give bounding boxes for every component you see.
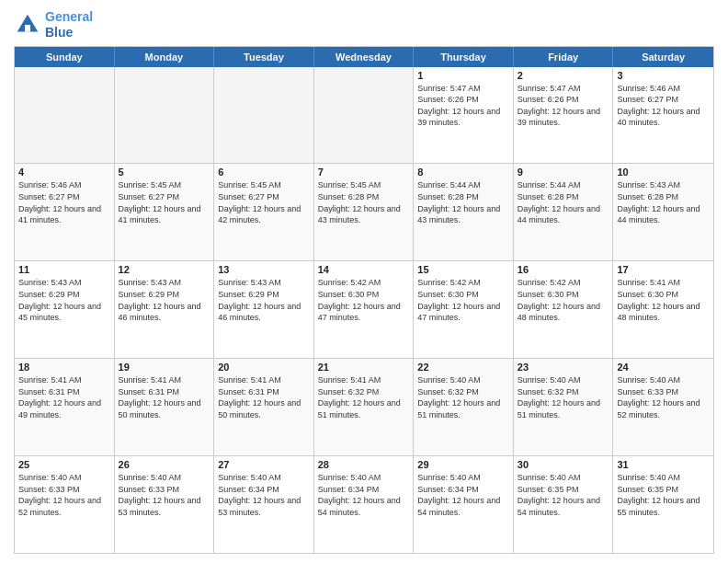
day-info: Sunrise: 5:41 AM Sunset: 6:30 PM Dayligh… <box>617 277 710 323</box>
day-number: 28 <box>318 459 410 470</box>
day-number: 3 <box>617 70 710 81</box>
header: General Blue <box>14 9 714 40</box>
day-number: 22 <box>417 362 509 373</box>
day-number: 15 <box>417 264 509 275</box>
calendar-cell: 2Sunrise: 5:47 AM Sunset: 6:26 PM Daylig… <box>514 67 614 164</box>
calendar-cell: 22Sunrise: 5:40 AM Sunset: 6:32 PM Dayli… <box>414 359 514 455</box>
logo-icon <box>14 11 41 39</box>
calendar-cell: 29Sunrise: 5:40 AM Sunset: 6:34 PM Dayli… <box>414 456 514 553</box>
day-info: Sunrise: 5:40 AM Sunset: 6:34 PM Dayligh… <box>417 472 509 518</box>
day-info: Sunrise: 5:45 AM Sunset: 6:27 PM Dayligh… <box>119 179 210 225</box>
day-number: 7 <box>318 167 410 178</box>
calendar-cell: 15Sunrise: 5:42 AM Sunset: 6:30 PM Dayli… <box>414 261 514 358</box>
day-number: 27 <box>218 459 310 470</box>
calendar-cell: 16Sunrise: 5:42 AM Sunset: 6:30 PM Dayli… <box>514 261 614 358</box>
calendar-row-5: 25Sunrise: 5:40 AM Sunset: 6:33 PM Dayli… <box>15 455 713 553</box>
day-number: 29 <box>417 459 509 470</box>
day-info: Sunrise: 5:43 AM Sunset: 6:29 PM Dayligh… <box>218 277 310 323</box>
day-number: 16 <box>518 264 609 275</box>
calendar-cell: 25Sunrise: 5:40 AM Sunset: 6:33 PM Dayli… <box>15 456 115 553</box>
day-info: Sunrise: 5:41 AM Sunset: 6:32 PM Dayligh… <box>318 374 410 420</box>
logo-text: General Blue <box>45 9 93 40</box>
calendar-cell: 24Sunrise: 5:40 AM Sunset: 6:33 PM Dayli… <box>613 359 713 455</box>
calendar-cell: 4Sunrise: 5:46 AM Sunset: 6:27 PM Daylig… <box>15 164 115 260</box>
calendar-cell: 11Sunrise: 5:43 AM Sunset: 6:29 PM Dayli… <box>15 261 115 358</box>
day-number: 4 <box>18 167 110 178</box>
calendar-cell: 9Sunrise: 5:44 AM Sunset: 6:28 PM Daylig… <box>514 164 614 260</box>
day-number: 31 <box>617 459 710 470</box>
day-info: Sunrise: 5:47 AM Sunset: 6:26 PM Dayligh… <box>417 83 509 129</box>
day-info: Sunrise: 5:40 AM Sunset: 6:32 PM Dayligh… <box>417 374 509 420</box>
calendar-cell: 17Sunrise: 5:41 AM Sunset: 6:30 PM Dayli… <box>613 261 713 358</box>
day-info: Sunrise: 5:41 AM Sunset: 6:31 PM Dayligh… <box>18 374 110 420</box>
day-info: Sunrise: 5:47 AM Sunset: 6:26 PM Dayligh… <box>518 83 609 129</box>
day-number: 10 <box>617 167 710 178</box>
day-number: 14 <box>318 264 410 275</box>
weekday-header-tuesday: Tuesday <box>214 47 314 67</box>
day-number: 20 <box>218 362 310 373</box>
calendar-cell: 8Sunrise: 5:44 AM Sunset: 6:28 PM Daylig… <box>414 164 514 260</box>
day-info: Sunrise: 5:40 AM Sunset: 6:35 PM Dayligh… <box>518 472 609 518</box>
calendar-row-4: 18Sunrise: 5:41 AM Sunset: 6:31 PM Dayli… <box>15 358 713 455</box>
logo: General Blue <box>14 9 93 40</box>
calendar-cell: 20Sunrise: 5:41 AM Sunset: 6:31 PM Dayli… <box>214 359 314 455</box>
calendar-cell <box>115 67 215 164</box>
weekday-header-wednesday: Wednesday <box>314 47 415 67</box>
day-number: 30 <box>518 459 609 470</box>
calendar-cell: 13Sunrise: 5:43 AM Sunset: 6:29 PM Dayli… <box>214 261 314 358</box>
day-info: Sunrise: 5:43 AM Sunset: 6:29 PM Dayligh… <box>119 277 210 323</box>
calendar-cell: 3Sunrise: 5:46 AM Sunset: 6:27 PM Daylig… <box>613 67 713 164</box>
calendar: SundayMondayTuesdayWednesdayThursdayFrid… <box>14 46 714 554</box>
day-number: 12 <box>119 264 210 275</box>
day-number: 8 <box>417 167 509 178</box>
weekday-header-saturday: Saturday <box>613 47 713 67</box>
calendar-body: 1Sunrise: 5:47 AM Sunset: 6:26 PM Daylig… <box>15 67 713 553</box>
day-number: 13 <box>218 264 310 275</box>
day-number: 26 <box>119 459 210 470</box>
svg-rect-1 <box>25 25 30 32</box>
weekday-header-thursday: Thursday <box>414 47 514 67</box>
calendar-cell: 21Sunrise: 5:41 AM Sunset: 6:32 PM Dayli… <box>314 359 415 455</box>
day-info: Sunrise: 5:42 AM Sunset: 6:30 PM Dayligh… <box>318 277 410 323</box>
calendar-cell <box>214 67 314 164</box>
day-info: Sunrise: 5:45 AM Sunset: 6:28 PM Dayligh… <box>318 179 410 225</box>
calendar-cell: 28Sunrise: 5:40 AM Sunset: 6:34 PM Dayli… <box>314 456 415 553</box>
day-number: 19 <box>119 362 210 373</box>
weekday-header-sunday: Sunday <box>15 47 115 67</box>
calendar-cell: 6Sunrise: 5:45 AM Sunset: 6:27 PM Daylig… <box>214 164 314 260</box>
day-info: Sunrise: 5:42 AM Sunset: 6:30 PM Dayligh… <box>518 277 609 323</box>
day-info: Sunrise: 5:40 AM Sunset: 6:34 PM Dayligh… <box>318 472 410 518</box>
day-number: 17 <box>617 264 710 275</box>
day-number: 9 <box>518 167 609 178</box>
day-info: Sunrise: 5:43 AM Sunset: 6:29 PM Dayligh… <box>18 277 110 323</box>
calendar-cell: 1Sunrise: 5:47 AM Sunset: 6:26 PM Daylig… <box>414 67 514 164</box>
day-number: 5 <box>119 167 210 178</box>
calendar-row-3: 11Sunrise: 5:43 AM Sunset: 6:29 PM Dayli… <box>15 260 713 358</box>
calendar-cell: 5Sunrise: 5:45 AM Sunset: 6:27 PM Daylig… <box>115 164 215 260</box>
day-info: Sunrise: 5:41 AM Sunset: 6:31 PM Dayligh… <box>119 374 210 420</box>
day-info: Sunrise: 5:40 AM Sunset: 6:34 PM Dayligh… <box>218 472 310 518</box>
day-number: 25 <box>18 459 110 470</box>
calendar-cell <box>15 67 115 164</box>
day-number: 11 <box>18 264 110 275</box>
calendar-cell: 14Sunrise: 5:42 AM Sunset: 6:30 PM Dayli… <box>314 261 415 358</box>
calendar-cell: 18Sunrise: 5:41 AM Sunset: 6:31 PM Dayli… <box>15 359 115 455</box>
day-number: 24 <box>617 362 710 373</box>
weekday-header-monday: Monday <box>115 47 215 67</box>
calendar-cell: 7Sunrise: 5:45 AM Sunset: 6:28 PM Daylig… <box>314 164 415 260</box>
day-info: Sunrise: 5:40 AM Sunset: 6:32 PM Dayligh… <box>518 374 609 420</box>
day-number: 1 <box>417 70 509 81</box>
day-info: Sunrise: 5:45 AM Sunset: 6:27 PM Dayligh… <box>218 179 310 225</box>
day-number: 21 <box>318 362 410 373</box>
day-info: Sunrise: 5:44 AM Sunset: 6:28 PM Dayligh… <box>417 179 509 225</box>
day-info: Sunrise: 5:40 AM Sunset: 6:33 PM Dayligh… <box>18 472 110 518</box>
calendar-cell: 19Sunrise: 5:41 AM Sunset: 6:31 PM Dayli… <box>115 359 215 455</box>
calendar-cell: 12Sunrise: 5:43 AM Sunset: 6:29 PM Dayli… <box>115 261 215 358</box>
day-info: Sunrise: 5:40 AM Sunset: 6:33 PM Dayligh… <box>617 374 710 420</box>
calendar-row-2: 4Sunrise: 5:46 AM Sunset: 6:27 PM Daylig… <box>15 163 713 260</box>
day-number: 2 <box>518 70 609 81</box>
day-info: Sunrise: 5:43 AM Sunset: 6:28 PM Dayligh… <box>617 179 710 225</box>
calendar-row-1: 1Sunrise: 5:47 AM Sunset: 6:26 PM Daylig… <box>15 67 713 164</box>
calendar-cell: 26Sunrise: 5:40 AM Sunset: 6:33 PM Dayli… <box>115 456 215 553</box>
day-info: Sunrise: 5:44 AM Sunset: 6:28 PM Dayligh… <box>518 179 609 225</box>
